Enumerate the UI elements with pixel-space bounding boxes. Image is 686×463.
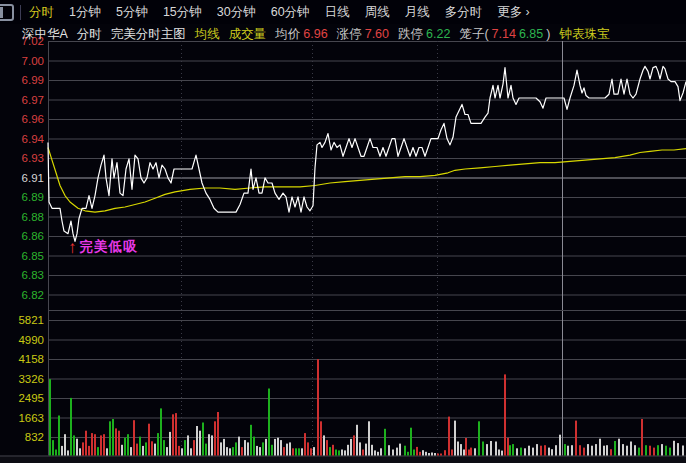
volume-bar <box>482 442 484 456</box>
volume-bar <box>235 442 237 455</box>
volume-bar <box>317 359 319 455</box>
volume-bar <box>465 438 467 456</box>
volume-bar <box>193 440 195 455</box>
volume-bar <box>313 447 315 455</box>
tab-day[interactable]: 日线 <box>325 4 350 21</box>
volume-bar <box>392 450 394 456</box>
volume-bar <box>196 426 198 456</box>
volume-bar <box>388 445 390 455</box>
info-toggle-avg-line[interactable]: 均线 <box>195 26 220 43</box>
price-axis-label: 6.93 <box>0 151 44 165</box>
tab-week[interactable]: 周线 <box>365 4 390 21</box>
volume-bar <box>247 442 249 455</box>
volume-bar <box>79 448 81 455</box>
volume-bar <box>548 448 550 456</box>
volume-bar <box>470 448 472 456</box>
tab-more[interactable]: 更多 › <box>497 4 530 21</box>
volume-bar <box>428 453 430 456</box>
volume-bar <box>94 434 96 455</box>
volume-bar <box>410 428 412 456</box>
volume-bar <box>244 440 246 455</box>
volume-bar <box>544 445 546 455</box>
volume-axis-label: 5821 <box>0 313 44 327</box>
volume-bar <box>142 446 144 456</box>
volume-bar <box>380 448 382 455</box>
volume-bar <box>58 416 60 456</box>
tab-multi[interactable]: 多分时 <box>445 4 483 21</box>
volume-bar <box>614 441 616 456</box>
volume-bar <box>181 448 183 455</box>
volume-axis-label: 3326 <box>0 372 44 386</box>
volume-bar <box>356 425 358 456</box>
info-indicator-name-text: 完美分时主图 <box>111 26 186 43</box>
chart-canvas[interactable] <box>0 0 686 463</box>
volume-bar <box>634 445 636 455</box>
volume-bar <box>97 447 99 455</box>
info-industry-text: 钟表珠宝 <box>559 26 609 43</box>
avg_price-line <box>48 148 686 213</box>
volume-bar <box>220 442 222 455</box>
volume-bar <box>422 450 424 455</box>
tab-15min[interactable]: 15分钟 <box>163 4 202 21</box>
volume-bar <box>335 450 337 456</box>
volume-bar <box>431 453 433 456</box>
volume-bar <box>599 439 601 456</box>
volume-bar <box>419 452 421 456</box>
volume-bar <box>320 421 322 455</box>
volume-bar <box>677 443 679 455</box>
volume-bar <box>124 438 126 456</box>
volume-bar <box>626 446 628 456</box>
chart-info-bar: 深中华A分时完美分时主图均线成交量均价6.96涨停7.60跌停6.22笼子(7.… <box>0 24 686 44</box>
volume-bar <box>329 447 331 455</box>
info-chart-type: 分时 <box>77 26 102 43</box>
tab-5min[interactable]: 5分钟 <box>116 4 148 21</box>
volume-bar <box>591 446 593 456</box>
volume-bar <box>344 450 346 455</box>
volume-bar <box>653 448 655 456</box>
volume-bar <box>133 420 135 455</box>
volume-bar <box>326 440 328 455</box>
price-axis-label: 6.94 <box>0 132 44 146</box>
volume-axis-label: 4990 <box>0 333 44 347</box>
volume-bar <box>202 423 204 456</box>
tab-month[interactable]: 月线 <box>405 4 430 21</box>
volume-bar <box>682 446 684 456</box>
volume-bar <box>645 445 647 455</box>
volume-bar <box>618 439 620 456</box>
volume-bar <box>350 439 352 456</box>
volume-bar <box>509 445 511 455</box>
tab-1min[interactable]: 1分钟 <box>69 4 101 21</box>
volume-bar <box>498 450 500 456</box>
volume-bar <box>359 442 361 455</box>
volume-bar <box>451 450 453 456</box>
volume-bar <box>238 437 240 456</box>
info-toggle-volume[interactable]: 成交量 <box>229 26 267 43</box>
signal-annotation: ↑ 完美低吸 <box>68 239 138 256</box>
info-limit-up-text: 7.60 <box>365 27 389 41</box>
info-chart-type-text: 分时 <box>77 26 102 43</box>
volume-bar <box>579 445 581 455</box>
info-avg-price: 均价6.96 <box>275 26 327 43</box>
tab-60min[interactable]: 60分钟 <box>271 4 310 21</box>
volume-bar <box>559 435 561 456</box>
volume-bar <box>163 440 165 455</box>
info-limit-down: 跌停6.22 <box>398 26 450 43</box>
volume-axis-label: 4158 <box>0 352 44 366</box>
volume-axis-label: 2495 <box>0 391 44 405</box>
volume-bar <box>106 448 108 455</box>
panel-icon[interactable] <box>0 4 14 21</box>
volume-bar <box>310 448 312 455</box>
tab-fenshi[interactable]: 分时 <box>29 4 54 21</box>
volume-bar <box>575 421 577 456</box>
info-stock-name-text: 深中华A <box>22 26 68 43</box>
volume-bar <box>85 431 87 456</box>
volume-bar <box>365 444 367 456</box>
volume-bar <box>304 433 306 455</box>
volume-bar <box>407 452 409 456</box>
volume-bar <box>190 448 192 455</box>
volume-bar <box>504 374 506 455</box>
volume-bar <box>486 444 488 455</box>
tab-30min[interactable]: 30分钟 <box>217 4 256 21</box>
volume-axis-label: 1663 <box>0 411 44 425</box>
volume-bar <box>127 434 129 455</box>
